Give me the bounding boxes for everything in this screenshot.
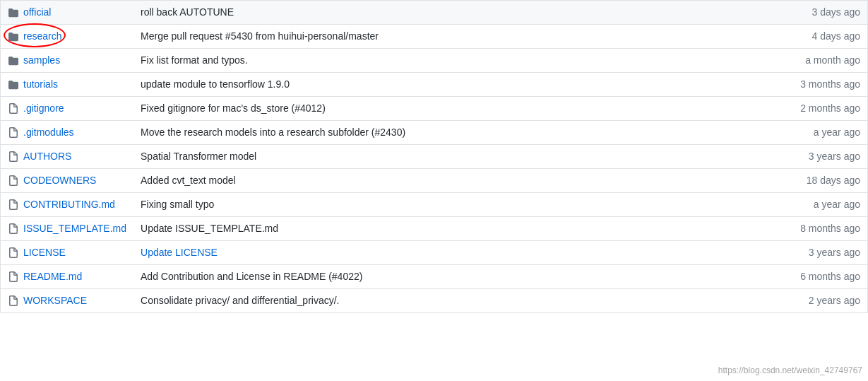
file-name-cell: .gitmodules	[1, 121, 134, 145]
commit-message-cell: Update ISSUE_TEMPLATE.md	[133, 217, 793, 241]
commit-message: roll back AUTOTUNE	[141, 6, 234, 18]
commit-message-link[interactable]: Update LICENSE	[141, 247, 218, 258]
table-row: README.mdAdd Contribution and License in…	[1, 265, 868, 289]
table-row: AUTHORSSpatial Transformer model3 years …	[1, 145, 868, 169]
file-name-label: tutorials	[23, 77, 58, 92]
commit-time: 6 months ago	[793, 265, 867, 289]
commit-message-cell: Add Contribution and License in README (…	[133, 265, 793, 289]
commit-message-cell: Spatial Transformer model	[133, 145, 793, 169]
file-link-research[interactable]: research	[8, 29, 126, 44]
commit-message: Move the research models into a research…	[141, 127, 405, 138]
table-row: LICENSEUpdate LICENSE3 years ago	[1, 241, 868, 265]
commit-message: Fix list format and typos.	[141, 54, 248, 66]
commit-time: 4 days ago	[793, 25, 867, 49]
commit-time: 2 years ago	[793, 289, 867, 313]
file-link-workspace[interactable]: WORKSPACE	[8, 293, 126, 308]
commit-time: 3 years ago	[793, 241, 867, 265]
file-name-label: CODEOWNERS	[23, 173, 96, 188]
file-link-tutorials[interactable]: tutorials	[8, 77, 126, 92]
file-link-official[interactable]: official	[8, 5, 126, 20]
file-name-label: official	[23, 5, 51, 20]
file-link-authors[interactable]: AUTHORS	[8, 149, 126, 164]
file-name-label: README.md	[23, 269, 82, 284]
file-name-cell: WORKSPACE	[1, 289, 134, 313]
commit-message-cell: Move the research models into a research…	[133, 121, 793, 145]
file-name-cell: tutorials	[1, 73, 134, 97]
table-row: researchMerge pull request #5430 from hu…	[1, 25, 868, 49]
file-name-label: CONTRIBUTING.md	[23, 197, 115, 212]
table-row: samplesFix list format and typos.a month…	[1, 49, 868, 73]
commit-time: 3 months ago	[793, 73, 867, 97]
table-row: .gitmodulesMove the research models into…	[1, 121, 868, 145]
commit-time: 3 days ago	[793, 1, 867, 25]
file-list: officialroll back AUTOTUNE3 days ago res…	[0, 0, 868, 313]
commit-message-cell: update module to tensorflow 1.9.0	[133, 73, 793, 97]
commit-time: a year ago	[793, 193, 867, 217]
table-row: CONTRIBUTING.mdFixing small typoa year a…	[1, 193, 868, 217]
file-name-label: research	[23, 29, 61, 44]
file-name-label: AUTHORS	[23, 149, 71, 164]
file-link-contributing[interactable]: CONTRIBUTING.md	[8, 197, 126, 212]
file-name-cell: LICENSE	[1, 241, 134, 265]
file-link-samples[interactable]: samples	[8, 53, 126, 68]
file-name-label: ISSUE_TEMPLATE.md	[23, 221, 126, 236]
commit-message: Added cvt_text model	[141, 175, 236, 186]
commit-time: 18 days ago	[793, 169, 867, 193]
commit-message-cell: Fix list format and typos.	[133, 49, 793, 73]
file-name-cell: CONTRIBUTING.md	[1, 193, 134, 217]
commit-message: Spatial Transformer model	[141, 151, 256, 162]
commit-message-cell: Consolidate privacy/ and differential_pr…	[133, 289, 793, 313]
table-row: tutorialsupdate module to tensorflow 1.9…	[1, 73, 868, 97]
file-link-readme[interactable]: README.md	[8, 269, 126, 284]
commit-message-cell: roll back AUTOTUNE	[133, 1, 793, 25]
commit-message: Add Contribution and License in README (…	[141, 271, 362, 282]
commit-message: Fixed gitignore for mac's ds_store (#401…	[141, 102, 326, 114]
table-row: officialroll back AUTOTUNE3 days ago	[1, 1, 868, 25]
file-link-license[interactable]: LICENSE	[8, 245, 126, 260]
commit-message-cell: Merge pull request #5430 from huihui-per…	[133, 25, 793, 49]
file-link-gitignore[interactable]: .gitignore	[8, 101, 126, 116]
file-name-cell: ISSUE_TEMPLATE.md	[1, 217, 134, 241]
commit-message-cell: Fixing small typo	[133, 193, 793, 217]
file-name-label: .gitmodules	[23, 125, 74, 140]
table-row: WORKSPACEConsolidate privacy/ and differ…	[1, 289, 868, 313]
file-name-label: .gitignore	[23, 101, 64, 116]
file-name-cell: CODEOWNERS	[1, 169, 134, 193]
table-row: CODEOWNERSAdded cvt_text model18 days ag…	[1, 169, 868, 193]
file-name-cell: .gitignore	[1, 97, 134, 121]
commit-time: 3 years ago	[793, 145, 867, 169]
file-name-cell: README.md	[1, 265, 134, 289]
file-link-gitmodules[interactable]: .gitmodules	[8, 125, 126, 140]
file-link-issue_template[interactable]: ISSUE_TEMPLATE.md	[8, 221, 126, 236]
file-link-codeowners[interactable]: CODEOWNERS	[8, 173, 126, 188]
file-name-cell: AUTHORS	[1, 145, 134, 169]
commit-message-cell: Fixed gitignore for mac's ds_store (#401…	[133, 97, 793, 121]
commit-time: a year ago	[793, 121, 867, 145]
file-name-cell: samples	[1, 49, 134, 73]
table-row: .gitignoreFixed gitignore for mac's ds_s…	[1, 97, 868, 121]
commit-message-cell: Update LICENSE	[133, 241, 793, 265]
commit-time: a month ago	[793, 49, 867, 73]
commit-message: Update ISSUE_TEMPLATE.md	[141, 223, 278, 234]
file-name-cell: official	[1, 1, 134, 25]
file-name-label: samples	[23, 53, 60, 68]
commit-message: update module to tensorflow 1.9.0	[141, 78, 290, 90]
commit-time: 2 months ago	[793, 97, 867, 121]
file-name-cell: research	[1, 25, 134, 49]
commit-time: 8 months ago	[793, 217, 867, 241]
file-name-label: LICENSE	[23, 245, 66, 260]
table-row: ISSUE_TEMPLATE.mdUpdate ISSUE_TEMPLATE.m…	[1, 217, 868, 241]
commit-message-cell: Added cvt_text model	[133, 169, 793, 193]
commit-message: Merge pull request #5430 from huihui-per…	[141, 30, 379, 42]
file-name-label: WORKSPACE	[23, 293, 87, 308]
commit-message: Consolidate privacy/ and differential_pr…	[141, 295, 339, 306]
commit-message: Fixing small typo	[141, 199, 214, 210]
